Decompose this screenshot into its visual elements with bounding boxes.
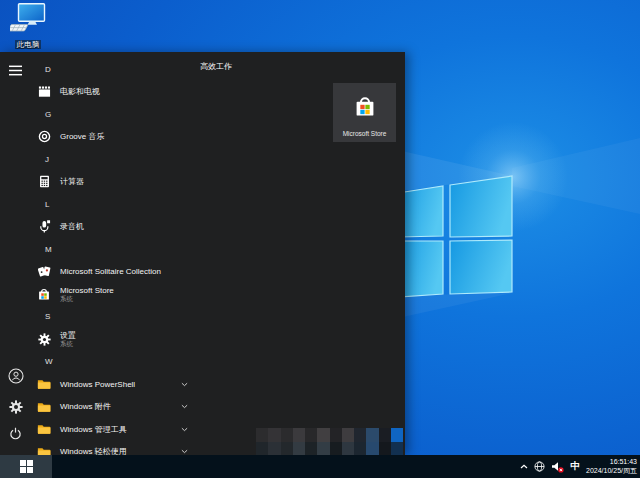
watermark-cell [354, 442, 366, 456]
app-item-sublabel: 系统 [60, 295, 114, 303]
app-item-label: Microsoft Solitaire Collection [60, 267, 161, 276]
system-tray: 中 16:51:43 2024/10/25/周五 [517, 455, 640, 478]
watermark-cell [330, 428, 342, 442]
tile-label: Microsoft Store [333, 130, 396, 137]
rail-user-button[interactable] [7, 367, 24, 384]
watermark-cell [317, 428, 329, 442]
clock-time: 16:51:43 [586, 458, 637, 467]
app-item-label: 录音机 [60, 222, 84, 231]
app-item-groove-音乐[interactable]: Groove 音乐 [30, 126, 196, 149]
calculator-icon [37, 175, 51, 189]
watermark-cell [366, 428, 378, 442]
section-letter: J [30, 155, 49, 164]
app-list-section-header: W [30, 351, 196, 374]
app-item-电影和电视[interactable]: 电影和电视 [30, 81, 196, 104]
desktop-icon-this-pc[interactable]: 此电脑 [5, 3, 51, 51]
ime-indicator[interactable]: 中 [567, 460, 585, 473]
power-icon [9, 427, 22, 440]
section-letter: W [30, 357, 53, 366]
taskbar: 中 16:51:43 2024/10/25/周五 [0, 455, 640, 478]
start-button[interactable] [0, 455, 52, 478]
watermark-cell [256, 442, 268, 456]
store-icon [37, 287, 51, 301]
start-menu: D电影和电视GGroove 音乐J计算器L录音机MMicrosoft Solit… [0, 52, 405, 455]
wallpaper-windows-logo [398, 176, 512, 297]
app-list-section-header: S [30, 306, 196, 329]
app-list-section-header: L [30, 193, 196, 216]
app-item-label: Groove 音乐 [60, 132, 104, 141]
app-item-label: 计算器 [60, 177, 84, 186]
watermark-cell [305, 428, 317, 442]
app-list-section-header: J [30, 148, 196, 171]
windows-flag-icon [20, 460, 33, 473]
app-item-设置[interactable]: 设置系统 [30, 328, 196, 351]
watermark-cell [366, 442, 378, 456]
rail-menu-button[interactable] [7, 62, 24, 79]
movies-tv-icon [37, 85, 51, 99]
app-item-microsoft-solitaire-collection[interactable]: Microsoft Solitaire Collection [30, 261, 196, 284]
start-menu-rail [0, 52, 30, 455]
watermark-cell [268, 442, 280, 456]
start-menu-tile-area: 高效工作 Microsoft Store [195, 52, 405, 455]
store-icon [353, 94, 377, 118]
app-item-label: Windows 轻松使用 [60, 447, 127, 455]
app-item-label: Windows PowerShell [60, 380, 135, 389]
app-item-label: Microsoft Store [60, 286, 114, 295]
desktop-icon-label: 此电脑 [15, 40, 42, 49]
app-item-label: 设置 [60, 331, 76, 340]
app-item-录音机[interactable]: 录音机 [30, 216, 196, 239]
app-list-section-header: G [30, 103, 196, 126]
app-folder-windows-管理工具[interactable]: Windows 管理工具 [30, 418, 196, 441]
folder-icon [37, 422, 51, 436]
watermark-cell [256, 428, 268, 442]
watermark-cell [354, 428, 366, 442]
app-item-label: Windows 管理工具 [60, 425, 127, 434]
network-button[interactable] [531, 455, 548, 478]
voice-recorder-icon [37, 220, 51, 234]
volume-mute-icon [551, 461, 564, 473]
watermark-cell [391, 428, 403, 442]
chevron-down-icon[interactable] [181, 382, 188, 387]
watermark-cell [317, 442, 329, 456]
app-list-section-header: M [30, 238, 196, 261]
chevron-down-icon[interactable] [181, 427, 188, 432]
start-menu-app-list[interactable]: D电影和电视GGroove 音乐J计算器L录音机MMicrosoft Solit… [30, 58, 196, 455]
user-icon [8, 368, 24, 384]
watermark-cell [293, 442, 305, 456]
watermark-cell [342, 428, 354, 442]
section-letter: S [30, 312, 50, 321]
watermark-cell [342, 442, 354, 456]
watermark-cell [305, 442, 317, 456]
app-item-计算器[interactable]: 计算器 [30, 171, 196, 194]
tile-group-header: 高效工作 [200, 61, 232, 72]
watermark-cell [391, 442, 403, 456]
section-letter: M [30, 245, 52, 254]
app-folder-windows-powershell[interactable]: Windows PowerShell [30, 373, 196, 396]
hidden-icons-button[interactable] [517, 455, 531, 478]
watermark-cell [268, 428, 280, 442]
clock-date: 2024/10/25/周五 [586, 467, 637, 476]
computer-icon [10, 3, 46, 33]
groove-music-icon [37, 130, 51, 144]
watermark-cell [281, 428, 293, 442]
watermark-cell [330, 442, 342, 456]
app-list-section-header: D [30, 58, 196, 81]
app-item-label: Windows 附件 [60, 402, 111, 411]
app-item-microsoft-store[interactable]: Microsoft Store系统 [30, 283, 196, 306]
globe-icon [534, 461, 545, 472]
chevron-up-icon [520, 464, 528, 469]
rail-settings-button[interactable] [7, 398, 24, 415]
solitaire-icon [37, 265, 51, 279]
section-letter: D [30, 65, 51, 74]
volume-button[interactable] [548, 455, 567, 478]
chevron-down-icon[interactable] [181, 449, 188, 454]
chevron-down-icon[interactable] [181, 404, 188, 409]
tile-microsoft-store[interactable]: Microsoft Store [333, 83, 396, 142]
rail-power-button[interactable] [7, 425, 24, 442]
app-item-label: 电影和电视 [60, 87, 100, 96]
section-letter: G [30, 110, 51, 119]
taskbar-clock[interactable]: 16:51:43 2024/10/25/周五 [584, 458, 640, 475]
app-folder-windows-轻松使用[interactable]: Windows 轻松使用 [30, 441, 196, 456]
app-folder-windows-附件[interactable]: Windows 附件 [30, 396, 196, 419]
folder-icon [37, 377, 51, 391]
